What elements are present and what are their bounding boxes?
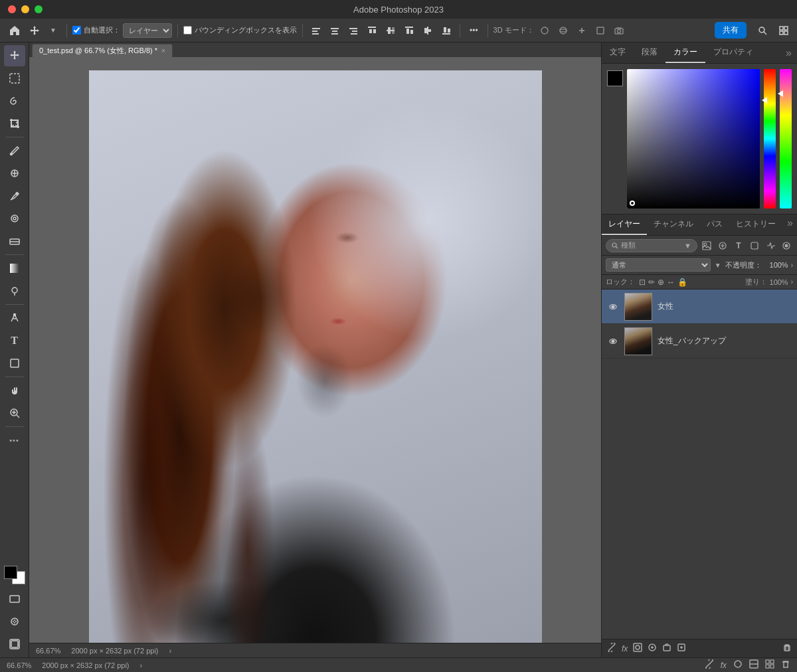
fx-btn[interactable]: fx <box>622 644 628 653</box>
crop-tool[interactable] <box>4 113 25 134</box>
close-button[interactable] <box>8 5 16 13</box>
layer-item-josei-backup[interactable]: 女性_バックアップ <box>602 324 797 359</box>
gradient-tool[interactable] <box>4 258 25 279</box>
3d-orbit-btn[interactable] <box>555 23 571 39</box>
tab-dan[interactable]: 段落 <box>634 42 665 63</box>
adjust-icon[interactable] <box>733 659 743 671</box>
quick-mask-btn[interactable] <box>4 611 25 632</box>
layer-filter-toggle[interactable] <box>780 239 793 252</box>
canvas-tab[interactable]: 0_test.psd @ 66.7% (女性, RGB/8) * × <box>32 44 173 57</box>
distribute-mid-btn[interactable] <box>383 23 398 39</box>
distribute-vert-btn[interactable] <box>420 23 436 39</box>
dodge-tool[interactable] <box>4 280 25 301</box>
layer-visibility-josei[interactable] <box>607 301 619 313</box>
opacity-value[interactable]: 100% <box>764 261 788 269</box>
move-tool-options[interactable]: ▼ <box>45 23 61 39</box>
3d-rotate-btn[interactable] <box>537 23 553 39</box>
home-icon[interactable] <box>5 21 24 40</box>
grid-icon[interactable] <box>765 659 774 671</box>
layer-filter-adjust-icon[interactable] <box>716 239 729 252</box>
lock-position-icon[interactable]: ✏ <box>648 278 655 287</box>
link-icon[interactable] <box>705 659 714 671</box>
special-slider[interactable] <box>780 69 792 209</box>
lock-artboard-icon[interactable]: ⊕ <box>658 278 664 287</box>
brush-tool[interactable] <box>4 185 25 207</box>
align-top-btn[interactable] <box>401 23 417 39</box>
color-swatches[interactable] <box>4 566 25 584</box>
3d-scale-btn[interactable] <box>592 23 608 39</box>
hue-slider[interactable] <box>764 69 776 209</box>
layer-visibility-backup[interactable] <box>607 335 619 347</box>
current-color-swatch[interactable] <box>607 70 623 86</box>
tab-channels[interactable]: チャンネル <box>647 214 700 235</box>
layer-filter-image-icon[interactable] <box>700 239 713 252</box>
lock-all-icon[interactable]: 🔒 <box>677 278 687 287</box>
minimize-button[interactable] <box>21 5 29 13</box>
tab-properties[interactable]: プロパティ <box>705 42 761 63</box>
search-icon-btn[interactable] <box>754 23 770 39</box>
selection-tool[interactable] <box>4 68 25 89</box>
align-right-btn[interactable] <box>345 23 361 39</box>
add-mask-btn[interactable] <box>633 643 642 654</box>
3d-pan-btn[interactable] <box>574 23 590 39</box>
foreground-color-swatch[interactable] <box>4 566 17 579</box>
change-screen-btn[interactable] <box>4 633 25 655</box>
share-button[interactable]: 共有 <box>715 22 747 39</box>
layer-item-josei[interactable]: 女性 <box>602 290 797 324</box>
layer-filter-shape-icon[interactable] <box>748 239 761 252</box>
fill-expand[interactable]: › <box>791 278 793 286</box>
tab-close-btn[interactable]: × <box>161 47 165 54</box>
more-options-btn[interactable]: ••• <box>466 22 482 39</box>
align-left-btn[interactable] <box>308 23 324 39</box>
link-layers-btn[interactable] <box>607 643 616 654</box>
tab-paths[interactable]: パス <box>700 214 729 235</box>
layer-filter-smart-icon[interactable] <box>764 239 777 252</box>
spot-healing-tool[interactable] <box>4 163 25 184</box>
hand-tool[interactable] <box>4 380 25 401</box>
delete-layer-btn[interactable] <box>782 643 792 654</box>
move-tool[interactable] <box>4 45 25 66</box>
auto-select-checkbox[interactable] <box>72 26 81 35</box>
canvas-viewport[interactable] <box>29 57 601 643</box>
align-center-btn[interactable] <box>327 23 343 39</box>
mask-bottom-icon[interactable] <box>749 659 758 671</box>
layers-panel-expand[interactable]: » <box>783 214 797 235</box>
opacity-expand[interactable]: › <box>791 262 793 269</box>
zoom-tool[interactable] <box>4 402 25 424</box>
fx-bottom-icon[interactable]: fx <box>721 661 727 670</box>
move-tool-btn[interactable] <box>27 23 43 39</box>
lock-move-icon[interactable]: ↔ <box>667 278 675 287</box>
color-gradient-box[interactable] <box>627 69 760 209</box>
eyedropper-tool[interactable] <box>4 140 25 161</box>
blend-mode-arrow[interactable]: ▼ <box>715 262 721 269</box>
tab-moji[interactable]: 文字 <box>602 42 634 63</box>
blend-mode-select[interactable]: 通常 <box>606 258 711 272</box>
3d-camera-btn[interactable] <box>611 23 627 39</box>
align-bottom-btn[interactable] <box>438 23 454 39</box>
panel-expand-btn[interactable]: » <box>780 42 797 63</box>
eraser-tool[interactable] <box>4 230 25 252</box>
tab-color[interactable]: カラー <box>665 42 705 63</box>
trash-bottom-icon[interactable] <box>781 659 790 671</box>
text-tool[interactable]: T <box>4 330 25 351</box>
clone-stamp-tool[interactable] <box>4 208 25 229</box>
pen-tool[interactable] <box>4 307 25 329</box>
workspace-icon-btn[interactable] <box>776 23 792 39</box>
fill-value[interactable]: 100% <box>770 278 788 286</box>
screen-mode-btn[interactable] <box>4 588 25 610</box>
bounding-box-checkbox[interactable] <box>183 26 192 35</box>
tab-layers[interactable]: レイヤー <box>602 214 647 235</box>
lock-pixels-icon[interactable]: ⊡ <box>639 278 646 287</box>
distribute-top-btn[interactable] <box>364 23 380 39</box>
adjustment-layer-btn[interactable] <box>648 643 657 654</box>
more-tools-btn[interactable]: ••• <box>4 430 25 451</box>
auto-select-dropdown[interactable]: レイヤー <box>123 23 172 38</box>
search-dropdown-arrow[interactable]: ▼ <box>684 242 691 250</box>
maximize-button[interactable] <box>35 5 43 13</box>
tab-history[interactable]: ヒストリー <box>729 214 782 235</box>
group-layers-btn[interactable] <box>662 643 671 654</box>
info-arrow[interactable]: › <box>140 661 143 669</box>
layer-filter-text-icon[interactable]: T <box>732 239 745 252</box>
shape-tool[interactable] <box>4 353 25 374</box>
new-layer-btn[interactable] <box>677 643 686 654</box>
